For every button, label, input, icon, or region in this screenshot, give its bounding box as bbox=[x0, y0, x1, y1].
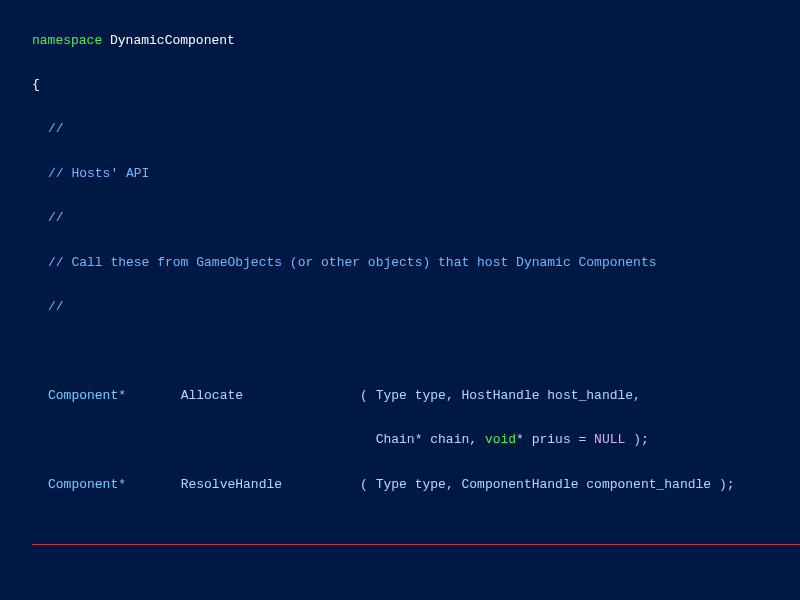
fn-token: ResolveHandle ( bbox=[181, 477, 376, 492]
comment: // bbox=[48, 299, 64, 314]
type-token: Component* bbox=[48, 477, 181, 492]
comment: // Hosts' API bbox=[48, 166, 149, 181]
comment: // Call these from GameObjects (or other… bbox=[48, 255, 657, 270]
comment: // bbox=[48, 210, 64, 225]
code-line: Component* ResolveHandle ( Type type, Co… bbox=[0, 478, 800, 493]
code-line-blank bbox=[0, 344, 800, 359]
params: Type type, ComponentHandle component_han… bbox=[376, 477, 735, 492]
code-line: Component* Allocate ( Type type, HostHan… bbox=[0, 389, 800, 404]
type-token: Component* bbox=[48, 388, 181, 403]
code-line: // Call these from GameObjects (or other… bbox=[0, 256, 800, 271]
params: * prius = bbox=[516, 432, 594, 447]
section-divider bbox=[32, 544, 800, 545]
code-line: // bbox=[0, 211, 800, 226]
keyword-namespace: namespace bbox=[32, 33, 102, 48]
namespace-identifier: DynamicComponent bbox=[102, 33, 235, 48]
params: Chain* chain, bbox=[48, 432, 485, 447]
code-line: // Hosts' API bbox=[0, 167, 800, 182]
code-line: // bbox=[0, 122, 800, 137]
const-null: NULL bbox=[594, 432, 625, 447]
fn-token: Allocate ( bbox=[181, 388, 376, 403]
params: Type type, HostHandle host_handle, bbox=[376, 388, 641, 403]
params: ); bbox=[625, 432, 648, 447]
code-line: Chain* chain, void* prius = NULL ); bbox=[0, 433, 800, 448]
code-line: { bbox=[0, 78, 800, 93]
keyword-void: void bbox=[485, 432, 516, 447]
code-line: namespace DynamicComponent bbox=[0, 34, 800, 49]
comment: // bbox=[48, 121, 64, 136]
code-line: // bbox=[0, 300, 800, 315]
code-editor[interactable]: namespace DynamicComponent { // // Hosts… bbox=[0, 0, 800, 600]
brace-open: { bbox=[32, 77, 40, 92]
